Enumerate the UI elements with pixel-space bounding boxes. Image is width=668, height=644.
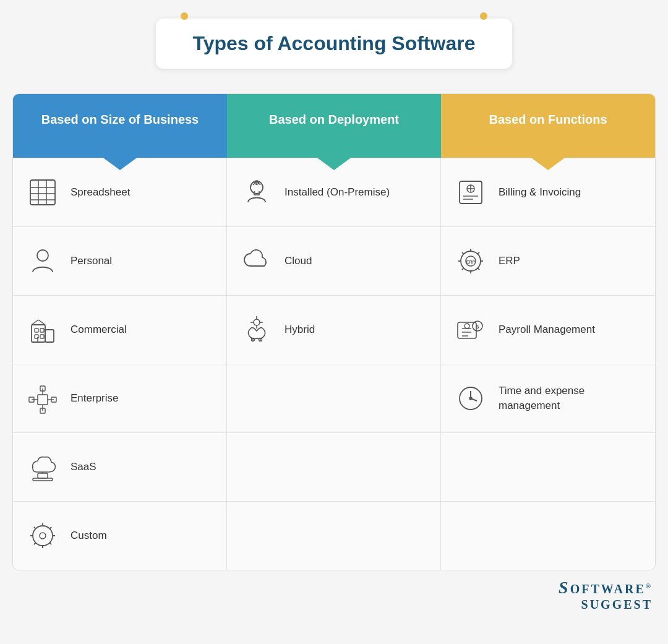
enterprise-icon (25, 382, 59, 416)
svg-point-61 (40, 533, 46, 539)
header-size: Based on Size of Business (13, 94, 227, 158)
billing-label: Billing & Invoicing (499, 185, 581, 200)
cell-time: Time and expense management (441, 364, 655, 432)
brand-footer: SOFTWARE® SUGGEST (12, 578, 656, 612)
enterprise-label: Enterprise (71, 391, 118, 406)
custom-label: Custom (71, 528, 107, 543)
commercial-label: Commercial (71, 322, 127, 337)
svg-rect-21 (35, 328, 38, 332)
erp-label: ERP (499, 254, 520, 268)
title-box: Types of Accounting Software (156, 19, 513, 69)
cell-saas: SaaS (13, 433, 227, 501)
personal-label: Personal (71, 254, 112, 268)
hybrid-label: Hybrid (285, 322, 315, 337)
cell-erp: ERP ERP (441, 227, 655, 295)
svg-rect-44 (38, 395, 48, 405)
commercial-icon (25, 313, 59, 347)
cell-empty-5 (441, 502, 655, 570)
cell-cloud: Cloud (227, 227, 441, 295)
brand-text: OFTWARE® (570, 582, 653, 596)
cloud-icon (239, 244, 273, 278)
main-table: Based on Size of Business Based on Deplo… (12, 93, 656, 570)
time-icon (453, 382, 487, 416)
cell-empty-4 (227, 502, 441, 570)
cell-enterprise: Enterprise (13, 364, 227, 432)
svg-point-60 (33, 526, 53, 546)
svg-rect-57 (38, 473, 48, 478)
billing-icon (453, 176, 487, 210)
svg-text:$: $ (476, 324, 479, 330)
svg-rect-0 (30, 180, 55, 205)
header-deployment: Based on Deployment (227, 94, 441, 158)
page-title: Types of Accounting Software (193, 32, 476, 55)
cell-hybrid: Hybrid (227, 296, 441, 364)
header-row: Based on Size of Business Based on Deplo… (13, 94, 655, 158)
cell-empty-1 (227, 364, 441, 432)
svg-rect-22 (40, 328, 44, 332)
erp-icon: ERP (453, 244, 487, 278)
saas-label: SaaS (71, 460, 96, 474)
cell-payroll: $ Payroll Management (441, 296, 655, 364)
svg-point-28 (254, 319, 260, 325)
saas-icon (25, 450, 59, 484)
hybrid-icon (239, 313, 273, 347)
cloud-label: Cloud (285, 254, 312, 268)
svg-rect-20 (45, 330, 54, 342)
header-functions: Based on Functions (441, 94, 655, 158)
svg-line-27 (38, 320, 45, 325)
cell-personal: Personal (13, 227, 227, 295)
svg-rect-19 (32, 325, 45, 342)
installed-label: Installed (On-Premise) (285, 185, 390, 200)
spreadsheet-label: Spreadsheet (71, 185, 130, 200)
table-row: Personal Cloud ERP (13, 226, 655, 295)
cell-empty-3 (441, 433, 655, 501)
custom-icon (25, 519, 59, 553)
payroll-icon: $ (453, 313, 487, 347)
cell-empty-2 (227, 433, 441, 501)
svg-text:ERP: ERP (466, 260, 475, 264)
table-row: SaaS (13, 432, 655, 501)
brand-s: S (559, 578, 570, 597)
svg-rect-24 (40, 335, 44, 338)
svg-rect-58 (33, 478, 53, 481)
svg-point-43 (465, 324, 469, 328)
svg-line-26 (32, 320, 38, 325)
svg-point-15 (37, 250, 48, 261)
table-row: Commercial Hybrid (13, 295, 655, 364)
table-row: Enterprise Time and expense management (13, 364, 655, 432)
installed-icon (239, 176, 273, 210)
brand-suggest: SUGGEST (581, 598, 653, 611)
personal-icon (25, 244, 59, 278)
spreadsheet-icon (25, 176, 59, 210)
svg-point-56 (469, 397, 472, 400)
cell-custom: Custom (13, 502, 227, 570)
time-label: Time and expense management (499, 384, 643, 413)
table-row: Custom (13, 501, 655, 570)
payroll-label: Payroll Management (499, 322, 595, 337)
cell-commercial: Commercial (13, 296, 227, 364)
